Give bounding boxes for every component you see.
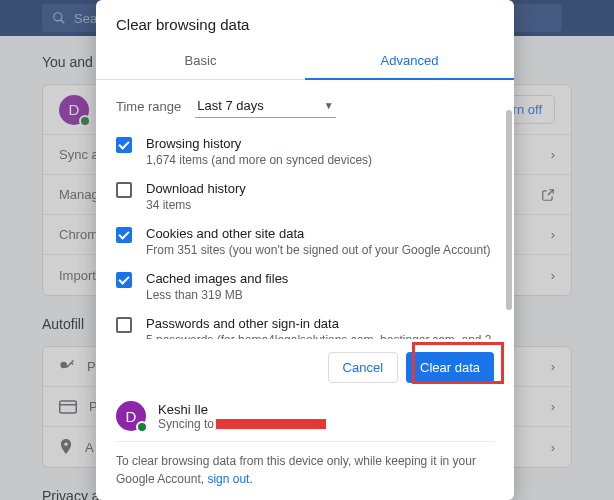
- scrollbar[interactable]: [506, 110, 512, 310]
- clear-browsing-dialog: Clear browsing data Basic Advanced Time …: [96, 0, 514, 500]
- time-range-select[interactable]: Last 7 days ▼: [195, 94, 335, 118]
- time-range-label: Time range: [116, 99, 181, 114]
- clear-data-button[interactable]: Clear data: [406, 352, 494, 383]
- redacted-email: [216, 419, 326, 429]
- cancel-button[interactable]: Cancel: [328, 352, 398, 383]
- checkbox-cached[interactable]: [116, 272, 132, 288]
- avatar: D: [116, 401, 146, 431]
- tab-basic[interactable]: Basic: [96, 43, 305, 79]
- sync-badge-icon: [136, 421, 148, 433]
- dialog-actions: Cancel Clear data: [96, 339, 514, 395]
- dialog-tabs: Basic Advanced: [96, 43, 514, 80]
- checkbox-passwords[interactable]: [116, 317, 132, 333]
- user-row: D Keshi Ile Syncing to: [116, 395, 494, 441]
- dialog-title: Clear browsing data: [96, 0, 514, 43]
- checkbox-download-history[interactable]: [116, 182, 132, 198]
- signout-hint: To clear browsing data from this device …: [116, 452, 494, 488]
- dropdown-arrow-icon: ▼: [324, 100, 334, 111]
- checkbox-browsing-history[interactable]: [116, 137, 132, 153]
- checkbox-cookies[interactable]: [116, 227, 132, 243]
- sign-out-link[interactable]: sign out: [207, 472, 249, 486]
- tab-advanced[interactable]: Advanced: [305, 43, 514, 80]
- dialog-scroll: Time range Last 7 days ▼ Browsing histor…: [96, 80, 514, 339]
- user-name: Keshi Ile: [158, 402, 326, 417]
